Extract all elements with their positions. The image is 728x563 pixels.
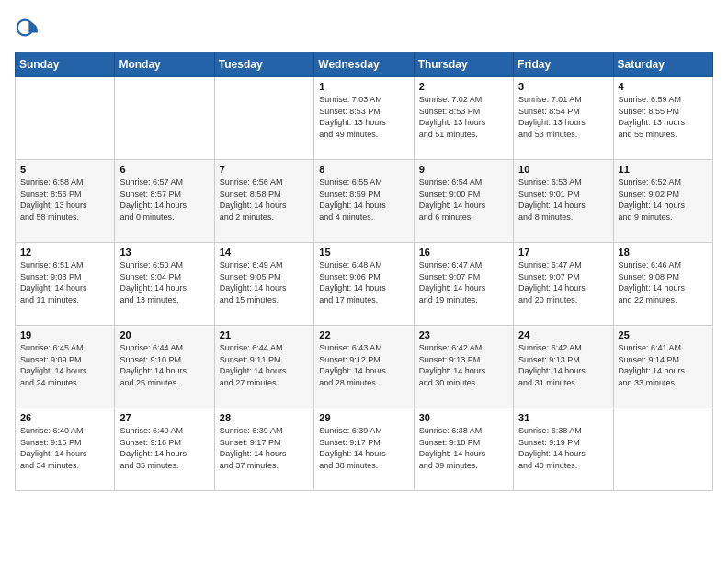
calendar-cell: 25Sunrise: 6:41 AM Sunset: 9:14 PM Dayli… xyxy=(613,326,712,408)
calendar-cell: 7Sunrise: 6:56 AM Sunset: 8:58 PM Daylig… xyxy=(214,160,313,243)
calendar-cell xyxy=(16,77,115,160)
day-info: Sunrise: 6:48 AM Sunset: 9:06 PM Dayligh… xyxy=(319,259,408,305)
day-info: Sunrise: 6:51 AM Sunset: 9:03 PM Dayligh… xyxy=(20,259,109,305)
day-number: 21 xyxy=(220,329,309,340)
day-info: Sunrise: 6:42 AM Sunset: 9:13 PM Dayligh… xyxy=(518,342,608,388)
day-number: 11 xyxy=(619,164,708,175)
calendar-cell: 29Sunrise: 6:39 AM Sunset: 9:17 PM Dayli… xyxy=(314,408,414,491)
day-number: 14 xyxy=(220,247,309,258)
day-number: 24 xyxy=(518,329,608,340)
calendar-cell: 31Sunrise: 6:38 AM Sunset: 9:19 PM Dayli… xyxy=(514,408,613,491)
day-number: 5 xyxy=(20,164,109,175)
day-info: Sunrise: 7:03 AM Sunset: 8:53 PM Dayligh… xyxy=(319,94,408,140)
calendar-table: SundayMondayTuesdayWednesdayThursdayFrid… xyxy=(15,52,713,491)
logo xyxy=(15,15,44,40)
day-info: Sunrise: 6:57 AM Sunset: 8:57 PM Dayligh… xyxy=(119,177,209,223)
day-info: Sunrise: 6:39 AM Sunset: 9:17 PM Dayligh… xyxy=(319,425,408,471)
day-number: 10 xyxy=(518,164,608,175)
calendar-cell: 12Sunrise: 6:51 AM Sunset: 9:03 PM Dayli… xyxy=(16,243,115,326)
calendar-cell: 17Sunrise: 6:47 AM Sunset: 9:07 PM Dayli… xyxy=(514,243,613,326)
day-info: Sunrise: 6:40 AM Sunset: 9:16 PM Dayligh… xyxy=(119,425,209,471)
calendar-cell: 8Sunrise: 6:55 AM Sunset: 8:59 PM Daylig… xyxy=(314,160,414,243)
calendar-cell: 23Sunrise: 6:42 AM Sunset: 9:13 PM Dayli… xyxy=(414,326,513,408)
calendar-week-row: 19Sunrise: 6:45 AM Sunset: 9:09 PM Dayli… xyxy=(16,326,713,408)
day-number: 27 xyxy=(119,412,209,423)
day-info: Sunrise: 6:54 AM Sunset: 9:00 PM Dayligh… xyxy=(419,177,508,223)
day-info: Sunrise: 6:49 AM Sunset: 9:05 PM Dayligh… xyxy=(220,259,309,305)
calendar-cell: 30Sunrise: 6:38 AM Sunset: 9:18 PM Dayli… xyxy=(414,408,513,491)
calendar-week-row: 1Sunrise: 7:03 AM Sunset: 8:53 PM Daylig… xyxy=(16,77,713,160)
weekday-header-wednesday: Wednesday xyxy=(314,52,414,77)
day-info: Sunrise: 6:50 AM Sunset: 9:04 PM Dayligh… xyxy=(119,259,209,305)
day-info: Sunrise: 6:58 AM Sunset: 8:56 PM Dayligh… xyxy=(20,177,109,223)
weekday-header-saturday: Saturday xyxy=(613,52,712,77)
day-number: 16 xyxy=(419,247,508,258)
calendar-cell: 5Sunrise: 6:58 AM Sunset: 8:56 PM Daylig… xyxy=(16,160,115,243)
calendar-cell: 4Sunrise: 6:59 AM Sunset: 8:55 PM Daylig… xyxy=(613,77,712,160)
day-info: Sunrise: 6:59 AM Sunset: 8:55 PM Dayligh… xyxy=(619,94,708,140)
day-info: Sunrise: 7:02 AM Sunset: 8:53 PM Dayligh… xyxy=(419,94,508,140)
day-number: 13 xyxy=(119,247,209,258)
day-info: Sunrise: 6:56 AM Sunset: 8:58 PM Dayligh… xyxy=(220,177,309,223)
day-number: 15 xyxy=(319,247,408,258)
weekday-header-row: SundayMondayTuesdayWednesdayThursdayFrid… xyxy=(16,52,713,77)
calendar-cell: 9Sunrise: 6:54 AM Sunset: 9:00 PM Daylig… xyxy=(414,160,513,243)
calendar-cell xyxy=(214,77,313,160)
day-info: Sunrise: 6:55 AM Sunset: 8:59 PM Dayligh… xyxy=(319,177,408,223)
weekday-header-sunday: Sunday xyxy=(16,52,115,77)
day-number: 17 xyxy=(518,247,608,258)
day-info: Sunrise: 6:46 AM Sunset: 9:08 PM Dayligh… xyxy=(619,259,708,305)
calendar-cell: 3Sunrise: 7:01 AM Sunset: 8:54 PM Daylig… xyxy=(514,77,613,160)
calendar-week-row: 5Sunrise: 6:58 AM Sunset: 8:56 PM Daylig… xyxy=(16,160,713,243)
calendar-week-row: 26Sunrise: 6:40 AM Sunset: 9:15 PM Dayli… xyxy=(16,408,713,491)
calendar-cell xyxy=(115,77,214,160)
day-info: Sunrise: 6:53 AM Sunset: 9:01 PM Dayligh… xyxy=(518,177,608,223)
day-info: Sunrise: 6:38 AM Sunset: 9:18 PM Dayligh… xyxy=(419,425,508,471)
calendar-cell: 14Sunrise: 6:49 AM Sunset: 9:05 PM Dayli… xyxy=(214,243,313,326)
calendar-cell: 19Sunrise: 6:45 AM Sunset: 9:09 PM Dayli… xyxy=(16,326,115,408)
calendar-week-row: 12Sunrise: 6:51 AM Sunset: 9:03 PM Dayli… xyxy=(16,243,713,326)
weekday-header-friday: Friday xyxy=(514,52,613,77)
day-info: Sunrise: 6:38 AM Sunset: 9:19 PM Dayligh… xyxy=(518,425,608,471)
day-number: 12 xyxy=(20,247,109,258)
day-number: 2 xyxy=(419,81,508,92)
day-info: Sunrise: 6:40 AM Sunset: 9:15 PM Dayligh… xyxy=(20,425,109,471)
day-number: 22 xyxy=(319,329,408,340)
calendar-cell: 16Sunrise: 6:47 AM Sunset: 9:07 PM Dayli… xyxy=(414,243,513,326)
calendar-cell: 21Sunrise: 6:44 AM Sunset: 9:11 PM Dayli… xyxy=(214,326,313,408)
day-number: 26 xyxy=(20,412,109,423)
day-number: 25 xyxy=(619,329,708,340)
calendar-cell: 22Sunrise: 6:43 AM Sunset: 9:12 PM Dayli… xyxy=(314,326,414,408)
weekday-header-thursday: Thursday xyxy=(414,52,513,77)
day-info: Sunrise: 6:52 AM Sunset: 9:02 PM Dayligh… xyxy=(619,177,708,223)
day-info: Sunrise: 7:01 AM Sunset: 8:54 PM Dayligh… xyxy=(518,94,608,140)
day-info: Sunrise: 6:44 AM Sunset: 9:11 PM Dayligh… xyxy=(220,342,309,388)
day-info: Sunrise: 6:39 AM Sunset: 9:17 PM Dayligh… xyxy=(220,425,309,471)
day-number: 4 xyxy=(619,81,708,92)
weekday-header-tuesday: Tuesday xyxy=(214,52,313,77)
calendar-cell: 26Sunrise: 6:40 AM Sunset: 9:15 PM Dayli… xyxy=(16,408,115,491)
day-number: 20 xyxy=(119,329,209,340)
day-number: 31 xyxy=(518,412,608,423)
day-number: 28 xyxy=(220,412,309,423)
day-info: Sunrise: 6:42 AM Sunset: 9:13 PM Dayligh… xyxy=(419,342,508,388)
calendar-cell: 20Sunrise: 6:44 AM Sunset: 9:10 PM Dayli… xyxy=(115,326,214,408)
calendar-cell: 1Sunrise: 7:03 AM Sunset: 8:53 PM Daylig… xyxy=(314,77,414,160)
day-number: 19 xyxy=(20,329,109,340)
day-number: 30 xyxy=(419,412,508,423)
day-number: 6 xyxy=(119,164,209,175)
day-info: Sunrise: 6:45 AM Sunset: 9:09 PM Dayligh… xyxy=(20,342,109,388)
day-number: 3 xyxy=(518,81,608,92)
calendar-cell: 2Sunrise: 7:02 AM Sunset: 8:53 PM Daylig… xyxy=(414,77,513,160)
day-info: Sunrise: 6:41 AM Sunset: 9:14 PM Dayligh… xyxy=(619,342,708,388)
day-number: 8 xyxy=(319,164,408,175)
day-info: Sunrise: 6:43 AM Sunset: 9:12 PM Dayligh… xyxy=(319,342,408,388)
day-number: 1 xyxy=(319,81,408,92)
day-number: 7 xyxy=(220,164,309,175)
weekday-header-monday: Monday xyxy=(115,52,214,77)
logo-icon xyxy=(15,15,40,40)
calendar-body: 1Sunrise: 7:03 AM Sunset: 8:53 PM Daylig… xyxy=(16,77,713,491)
calendar-header: SundayMondayTuesdayWednesdayThursdayFrid… xyxy=(16,52,713,77)
calendar-cell: 10Sunrise: 6:53 AM Sunset: 9:01 PM Dayli… xyxy=(514,160,613,243)
day-number: 9 xyxy=(419,164,508,175)
